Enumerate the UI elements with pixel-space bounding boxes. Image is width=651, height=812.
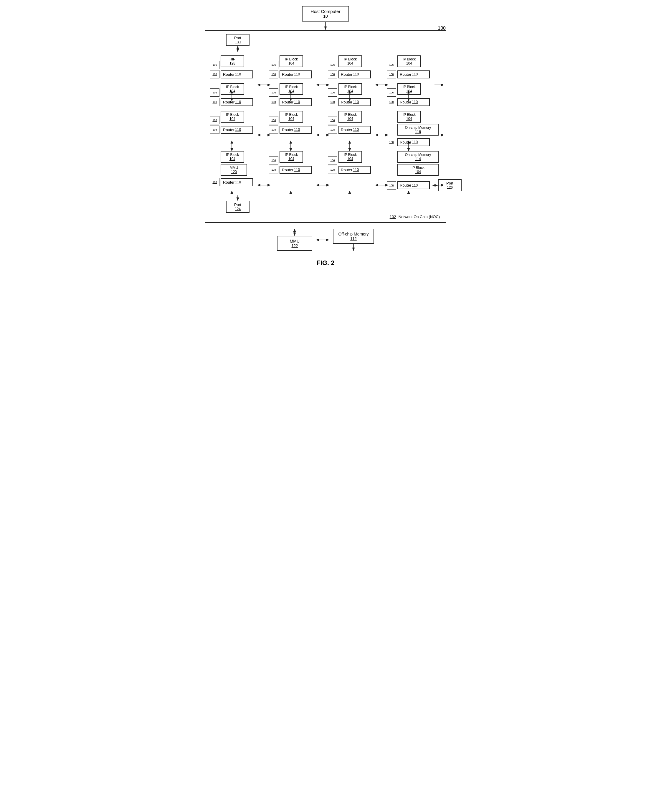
ni-router-0-3: 108 — [387, 70, 396, 78]
ni-router-0-1: 108 — [269, 70, 278, 78]
port-126-box: Port 126 — [438, 179, 462, 191]
noc-container: 100 Port 130 — [205, 31, 446, 223]
router-box-0-1: Router 110 — [279, 70, 312, 78]
ni-0-3: 106 — [387, 61, 396, 69]
cell-1-2: 106 IP Block 104 108 Router 11 — [326, 81, 385, 108]
port-130-num: 130 — [229, 40, 246, 44]
mmu-122-box: MMU 122 — [277, 236, 312, 251]
offchip-memory-box: Off-chip Memory 112 — [333, 229, 374, 244]
host-computer-box: Host Computer 10 — [302, 6, 349, 21]
host-computer-num: 10 — [306, 14, 345, 18]
cell-3-1: 106 IP Block 104 108 Router 11 — [267, 148, 326, 194]
router-box-0-0: Router 110 — [221, 70, 253, 78]
ip-box-0-2: IP Block 104 — [338, 55, 362, 67]
onchip-memory-114-box: On-chip Memory 114 — [397, 151, 439, 163]
hip-num: 128 — [224, 61, 241, 66]
hip-label: HIP — [224, 57, 241, 61]
ni-0-1: 106 — [269, 61, 278, 69]
main-layout: Host Computer 10 100 Port 130 — [205, 6, 446, 267]
noc-ref-100: 100 — [438, 26, 446, 31]
cell-3-0: IP Block 104 MMU 120 108 Route — [208, 148, 267, 194]
onchip-memory-116-box: On-chip Memory 116 — [397, 124, 439, 136]
noc-num: 102 — [390, 215, 396, 219]
bottom-area: MMU 122 Off-chip Memory 1 — [277, 226, 374, 254]
cell-0-3: 106 IP Block 104 108 Router 11 — [385, 53, 444, 81]
cell-2-0: 106 IP Block 104 108 Router 11 — [208, 108, 267, 148]
cell-3-3: On-chip Memory 114 IP Block 104 108 — [385, 148, 444, 194]
port-130-box: Port 130 — [226, 34, 250, 46]
port-130-label: Port — [229, 36, 246, 40]
ni-router-0-0: 108 — [210, 70, 220, 78]
ip-box-0-3: IP Block 104 — [397, 55, 421, 67]
fig-label: FIG. 2 — [316, 259, 334, 267]
cell-2-3: IP Block 104 On-chip Memory 116 108 — [385, 108, 444, 148]
cell-2-2: 106 IP Block 104 108 Router 11 — [326, 108, 385, 148]
ni-0-2: 106 — [328, 61, 337, 69]
cell-0-2: 106 IP Block 104 108 Router 11 — [326, 53, 385, 81]
cell-3-2: 106 IP Block 104 108 Router 11 — [326, 148, 385, 194]
cell-0-1: 106 IP Block 104 108 Router 11 — [267, 53, 326, 81]
ni-router-0-2: 108 — [328, 70, 337, 78]
router-row-0-0: 108 Router 110 — [210, 70, 253, 78]
host-computer-label: Host Computer — [306, 9, 345, 14]
ni-0-0: 106 — [210, 61, 220, 69]
ni-1-0: 106 — [210, 89, 220, 97]
cell-0-0: 106 HIP 128 108 Router 110 — [208, 53, 267, 81]
cell-1-3: 106 IP Block 104 108 Router 11 — [385, 81, 444, 108]
ip-box-0-1: IP Block 104 — [279, 55, 303, 67]
noc-grid: 106 HIP 128 108 Router 110 — [208, 53, 443, 194]
mmu-120-box: MMU 120 — [221, 164, 247, 176]
router-box-0-3: Router 110 — [397, 70, 430, 78]
port-124-box: Port 124 — [226, 201, 250, 213]
noc-grid-wrapper: 118 ~118 106 HIP 128 — [208, 53, 443, 194]
cell-1-1: 106 IP Block 104 108 Router 11 — [267, 81, 326, 108]
cell-2-1: 106 IP Block 104 108 Router 11 — [267, 108, 326, 148]
hip-box: HIP 128 — [221, 55, 244, 67]
noc-label: Network On Chip (NOC) — [399, 215, 440, 219]
router-box-0-2: Router 110 — [338, 70, 371, 78]
noc-label-area: 102 Network On Chip (NOC) — [208, 214, 443, 219]
cell-1-0: 106 IP Block 104 108 Router 11 — [208, 81, 267, 108]
